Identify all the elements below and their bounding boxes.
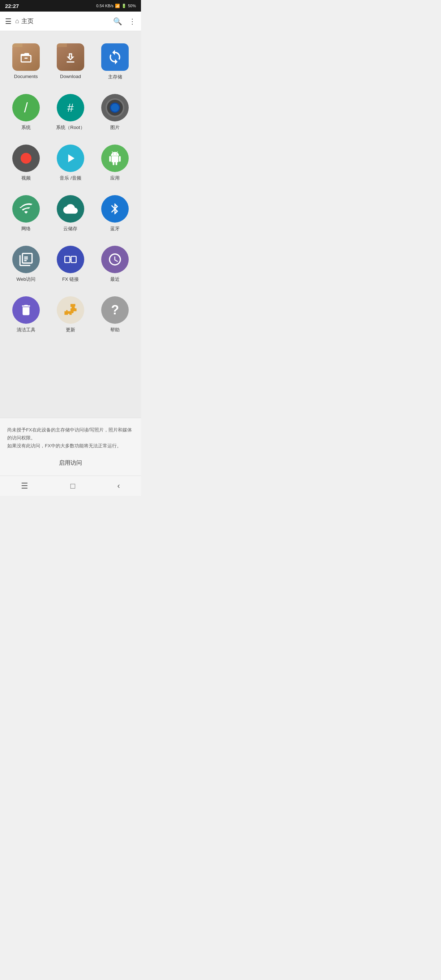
battery-icon: 🔋 (121, 3, 126, 8)
grid-item-clean[interactable]: 清洁工具 (4, 291, 48, 338)
pictures-icon (101, 94, 129, 124)
grid-item-network[interactable]: 网络 (4, 190, 48, 237)
grid-item-web[interactable]: Web访问 (4, 241, 48, 288)
search-icon[interactable]: 🔍 (113, 17, 122, 25)
bluetooth-icon (101, 195, 129, 226)
grid-item-cloud[interactable]: 云储存 (48, 190, 92, 237)
web-label: Web访问 (16, 276, 35, 283)
recent-label: 最近 (110, 276, 119, 283)
grid-item-download[interactable]: Download (48, 38, 92, 85)
content-spacer (0, 345, 141, 418)
battery-percent: 50% (128, 3, 136, 8)
music-label: 音乐 /音频 (60, 175, 81, 181)
nav-actions: 🔍 ⋮ (113, 17, 136, 25)
documents-label: Documents (14, 74, 38, 79)
svg-rect-0 (24, 58, 27, 59)
system-root-label: 系统（Root） (56, 124, 84, 131)
grid-item-recent[interactable]: 最近 (93, 241, 137, 288)
grid-item-bluetooth[interactable]: 蓝牙 (93, 190, 137, 237)
network-speed: 0.54 KB/s (96, 3, 113, 8)
more-options-icon[interactable]: ⋮ (129, 17, 136, 25)
network-label: 网络 (21, 226, 31, 232)
video-icon (12, 145, 40, 175)
page-title: 主页 (21, 17, 33, 25)
update-icon (57, 296, 84, 327)
grid-item-main-storage[interactable]: 主存储 (93, 38, 137, 85)
video-label: 视频 (21, 175, 31, 181)
grid-item-help[interactable]: ? 帮助 (93, 291, 137, 338)
clean-label: 清洁工具 (17, 327, 35, 333)
nav-back-button[interactable]: ‹ (117, 481, 119, 491)
home-icon: ⌂ (15, 18, 19, 25)
bottom-nav: ☰ □ ‹ (0, 476, 141, 496)
cloud-icon (57, 195, 84, 226)
download-icon (57, 43, 84, 74)
footer-message: 尚未授予FX在此设备的主存储中访问读/写照片，照片和媒体的访问权限。如果没有此访… (0, 418, 141, 476)
help-icon: ? (101, 296, 129, 327)
apps-label: 应用 (110, 175, 119, 181)
network-icon (12, 195, 40, 226)
bluetooth-label: 蓝牙 (110, 226, 119, 232)
apps-icon (101, 145, 129, 175)
grid-item-video[interactable]: 视频 (4, 140, 48, 186)
menu-icon[interactable]: ☰ (5, 17, 11, 25)
grid-item-update[interactable]: 更新 (48, 291, 92, 338)
svg-rect-1 (65, 256, 70, 263)
status-right: 0.54 KB/s 📶 🔋 50% (96, 3, 136, 8)
grid-item-system-root[interactable]: # 系统（Root） (48, 89, 92, 136)
nav-menu-button[interactable]: ☰ (21, 481, 28, 491)
fx-icon (57, 246, 84, 276)
grid-item-documents[interactable]: Documents (4, 38, 48, 85)
grid-item-apps[interactable]: 应用 (93, 140, 137, 186)
nav-home-button[interactable]: □ (70, 481, 75, 491)
system-icon: / (12, 94, 40, 124)
grid-item-pictures[interactable]: 图片 (93, 89, 137, 136)
system-root-icon: # (57, 94, 84, 124)
main-storage-label: 主存储 (108, 74, 122, 80)
web-icon (12, 246, 40, 276)
fx-label: FX 链接 (62, 276, 79, 283)
status-bar: 22:27 0.54 KB/s 📶 🔋 50% (0, 0, 141, 11)
grid-item-music[interactable]: 音乐 /音频 (48, 140, 92, 186)
recent-icon (101, 246, 129, 276)
status-time: 22:27 (5, 3, 19, 9)
update-label: 更新 (66, 327, 75, 333)
download-label: Download (60, 74, 81, 79)
help-label: 帮助 (110, 327, 119, 333)
enable-access-button[interactable]: 启用访问 (7, 456, 134, 471)
nav-title-area: ⌂ 主页 (15, 17, 113, 25)
grid-item-fx[interactable]: FX 链接 (48, 241, 92, 288)
cloud-label: 云储存 (63, 226, 77, 232)
main-storage-icon (101, 43, 129, 74)
permission-message: 尚未授予FX在此设备的主存储中访问读/写照片，照片和媒体的访问权限。如果没有此访… (7, 426, 134, 450)
app-grid: Documents Download 主存储 / 系统 (0, 31, 141, 345)
clean-icon (12, 296, 40, 327)
documents-icon (12, 43, 40, 74)
grid-item-system[interactable]: / 系统 (4, 89, 48, 136)
svg-rect-2 (71, 256, 76, 263)
nav-bar: ☰ ⌂ 主页 🔍 ⋮ (0, 11, 141, 31)
pictures-label: 图片 (110, 124, 119, 131)
music-icon (57, 145, 84, 175)
system-label: 系统 (21, 124, 31, 131)
signal-icon: 📶 (115, 3, 120, 8)
